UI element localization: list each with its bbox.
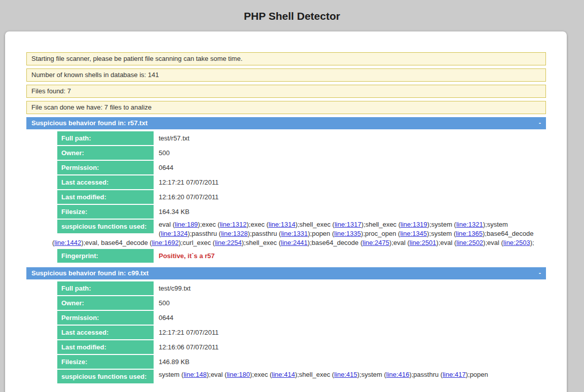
detail-row: Last accessed: 12:17:21 07/07/2011 [52, 326, 546, 339]
row-value: 500 [159, 149, 170, 157]
line-link[interactable]: line:189 [175, 221, 198, 228]
row-label: Full path: [57, 131, 154, 145]
detail-row: Last accessed: 12:17:21 07/07/2011 [52, 175, 546, 189]
section-header[interactable]: Suspicious behavior found in: r57.txt - [26, 117, 546, 129]
results-panel: Starting file scanner, please be patient… [5, 31, 567, 392]
detail-row: Permission: 0644 [52, 161, 546, 174]
fingerprint-row: Fingerprint: Positive, it`s a r57 [52, 249, 546, 263]
row-value: 500 [159, 299, 170, 307]
line-link[interactable]: line:1345 [400, 230, 427, 237]
row-value: test/c99.txt [159, 284, 191, 292]
line-link[interactable]: line:2502 [456, 239, 483, 246]
section-rows: Full path: test/r57.txt Owner: 500 Permi… [26, 131, 546, 263]
row-value: 0644 [159, 314, 173, 322]
line-link[interactable]: line:1314 [269, 221, 296, 228]
line-link[interactable]: line:1692 [152, 239, 179, 246]
line-link[interactable]: line:2503 [503, 239, 530, 246]
info-alert: File scan done we have: 7 files to anali… [26, 101, 546, 114]
row-value: 12:17:21 07/07/2011 [159, 179, 218, 186]
section-header-title: Suspicious behavior found in: c99.txt [31, 269, 149, 277]
row-value: 12:16:06 07/07/2011 [159, 343, 218, 351]
fingerprint-value: Positive, it`s a r57 [159, 252, 215, 260]
line-link[interactable]: line:1321 [456, 221, 483, 228]
row-label: suspicious functions used: [57, 220, 154, 233]
line-link[interactable]: line:1317 [335, 221, 361, 228]
row-value: 146.89 KB [159, 358, 190, 366]
row-value: 12:16:20 07/07/2011 [159, 193, 218, 201]
line-link[interactable]: line:416 [386, 371, 410, 378]
row-value: 12:17:21 07/07/2011 [159, 329, 218, 336]
line-link[interactable]: line:415 [334, 371, 357, 378]
section-header-title: Suspicious behavior found in: r57.txt [31, 119, 148, 127]
collapse-toggle[interactable]: - [539, 269, 541, 277]
sections: Suspicious behavior found in: r57.txt - … [26, 117, 546, 383]
line-link[interactable]: line:1319 [400, 221, 427, 228]
row-value: 0644 [159, 164, 173, 171]
section-rows: Full path: test/c99.txt Owner: 500 Permi… [26, 281, 546, 383]
detail-row: Last modified: 12:16:06 07/07/2011 [52, 340, 546, 354]
row-label: Permission: [57, 161, 154, 174]
functions-row: suspicious functions used: eval (line:18… [52, 220, 546, 247]
detail-row: Full path: test/c99.txt [52, 281, 546, 295]
line-link[interactable]: line:2254 [215, 239, 242, 246]
info-alert: Files found: 7 [26, 85, 546, 98]
line-link[interactable]: line:1365 [456, 230, 483, 237]
row-label: Last accessed: [57, 326, 154, 339]
row-label: suspicious functions used: [57, 370, 154, 383]
row-label: Last modified: [57, 190, 154, 204]
row-value: test/r57.txt [159, 134, 190, 142]
line-link[interactable]: line:2441 [281, 239, 308, 246]
alert-text: Files found: 7 [31, 87, 71, 95]
line-link[interactable]: line:1312 [220, 221, 247, 228]
line-link[interactable]: line:1335 [334, 230, 361, 237]
line-link[interactable]: line:417 [443, 371, 466, 378]
line-link[interactable]: line:1324 [161, 230, 188, 237]
functions-list: system (line:148);eval (line:180);exec (… [159, 371, 488, 378]
collapse-toggle[interactable]: - [539, 119, 541, 127]
row-label: Permission: [57, 311, 154, 325]
detail-row: Last modified: 12:16:20 07/07/2011 [52, 190, 546, 204]
row-label: Fingerprint: [57, 249, 154, 263]
detail-row: Owner: 500 [52, 146, 546, 160]
row-label: Filesize: [57, 355, 154, 369]
alert-text: File scan done we have: 7 files to anali… [31, 103, 152, 111]
shell-report-section: Suspicious behavior found in: r57.txt - … [26, 117, 546, 263]
row-label: Owner: [57, 146, 154, 160]
info-alert: Number of known shells in database is: 1… [26, 68, 546, 82]
line-link[interactable]: line:180 [227, 371, 250, 378]
shell-report-section: Suspicious behavior found in: c99.txt - … [26, 267, 546, 383]
row-label: Full path: [57, 281, 154, 295]
line-link[interactable]: line:2501 [410, 239, 436, 246]
info-alert: Starting file scanner, please be patient… [26, 52, 546, 65]
detail-row: Filesize: 164.34 KB [52, 205, 546, 219]
detail-row: Filesize: 146.89 KB [52, 355, 546, 369]
row-label: Last accessed: [57, 175, 154, 189]
detail-row: Permission: 0644 [52, 311, 546, 325]
row-label: Owner: [57, 296, 154, 310]
line-link[interactable]: line:148 [184, 371, 207, 378]
alert-text: Number of known shells in database is: 1… [31, 71, 159, 79]
detail-row: Owner: 500 [52, 296, 546, 310]
row-value: 164.34 KB [159, 208, 190, 216]
line-link[interactable]: line:1328 [221, 230, 248, 237]
page-title: PHP Shell Detector [0, 0, 584, 31]
line-link[interactable]: line:2475 [362, 239, 389, 246]
line-link[interactable]: line:414 [272, 371, 295, 378]
row-label: Filesize: [57, 205, 154, 219]
line-link[interactable]: line:1442 [54, 239, 81, 246]
line-link[interactable]: line:1331 [281, 230, 308, 237]
functions-row: suspicious functions used: system (line:… [52, 370, 546, 383]
alert-text: Starting file scanner, please be patient… [31, 55, 242, 62]
section-header[interactable]: Suspicious behavior found in: c99.txt - [26, 267, 546, 279]
detail-row: Full path: test/r57.txt [52, 131, 546, 145]
row-label: Last modified: [57, 340, 154, 354]
alerts: Starting file scanner, please be patient… [26, 52, 546, 114]
